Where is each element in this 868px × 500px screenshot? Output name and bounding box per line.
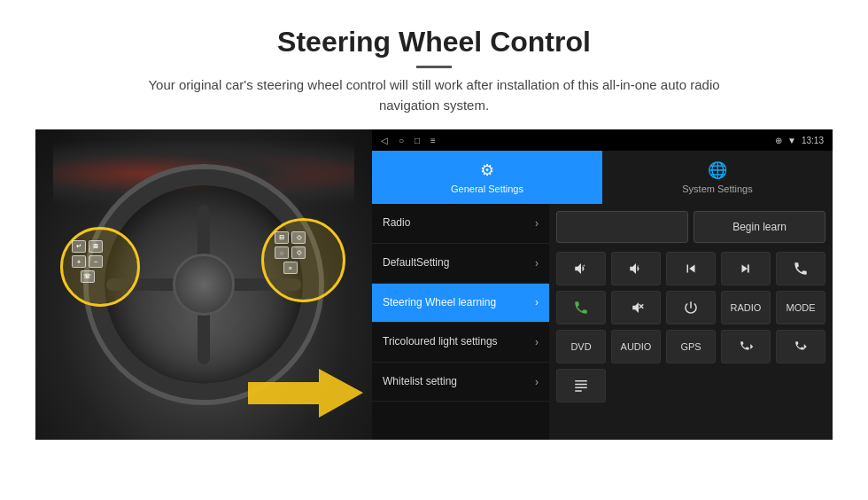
phone-prev-button[interactable] bbox=[721, 330, 771, 363]
sw-center bbox=[173, 254, 235, 316]
main-content: Radio › DefaultSetting › Steering Wheel … bbox=[372, 204, 833, 440]
tab-system-settings[interactable]: 🌐 System Settings bbox=[602, 151, 833, 204]
controls-panel: Begin learn + - bbox=[549, 204, 833, 440]
menu-item-radio[interactable]: Radio › bbox=[372, 204, 549, 244]
menu-radio-label: Radio bbox=[383, 216, 535, 230]
btn-sq-r4: ◇ bbox=[291, 246, 306, 259]
title-section: Steering Wheel Control Your original car… bbox=[35, 25, 833, 115]
gps-button[interactable]: GPS bbox=[666, 330, 716, 363]
svg-rect-5 bbox=[575, 380, 587, 382]
next-track-button[interactable] bbox=[721, 252, 771, 285]
home-icon: ○ bbox=[399, 136, 404, 145]
audio-button[interactable]: AUDIO bbox=[611, 330, 661, 363]
svg-marker-0 bbox=[248, 369, 363, 418]
list-icon bbox=[573, 378, 589, 394]
settings-menu: Radio › DefaultSetting › Steering Wheel … bbox=[372, 204, 549, 440]
mode-button[interactable]: MODE bbox=[776, 291, 825, 324]
chevron-icon-2: › bbox=[535, 257, 539, 270]
vol-down-icon: - bbox=[628, 261, 644, 277]
ctrl-row-2: RADIO MODE bbox=[556, 291, 825, 324]
btn-sq-r2: ◇ bbox=[291, 231, 306, 244]
dvd-button[interactable]: DVD bbox=[556, 330, 606, 363]
chevron-icon-3: › bbox=[535, 296, 539, 309]
btn-sq-r5: ≡ bbox=[283, 262, 298, 274]
vol-down-button[interactable]: - bbox=[611, 252, 661, 285]
svg-rect-7 bbox=[575, 387, 587, 389]
clock: 13:13 bbox=[802, 136, 824, 145]
title-divider bbox=[416, 66, 452, 68]
power-icon bbox=[683, 300, 699, 316]
menu-item-default[interactable]: DefaultSetting › bbox=[372, 244, 549, 284]
menu-whitelist-label: Whitelist setting bbox=[383, 375, 535, 389]
ctrl-row-4 bbox=[556, 369, 825, 402]
btn-sq-4: − bbox=[89, 255, 103, 268]
chevron-icon-5: › bbox=[535, 376, 539, 388]
nav-icons: ◁ ○ □ ≡ bbox=[381, 136, 436, 145]
btn-sq-3: + bbox=[72, 255, 86, 268]
svg-rect-6 bbox=[575, 384, 587, 386]
menu-steering-label: Steering Wheel learning bbox=[383, 296, 535, 310]
menu-item-tricoloured[interactable]: Tricoloured light settings › bbox=[372, 323, 549, 363]
phone-next-icon bbox=[793, 339, 809, 355]
content-area: ↵ ⊞ + − ☏ ⊟ ◇ bbox=[35, 129, 833, 440]
menu-icon: ≡ bbox=[430, 136, 436, 145]
ctrl-row-3: DVD AUDIO GPS bbox=[556, 330, 825, 363]
prev-track-button[interactable] bbox=[666, 252, 716, 285]
svg-text:+: + bbox=[583, 262, 586, 268]
skip-prev-icon bbox=[683, 261, 699, 277]
phone-answer-button[interactable] bbox=[776, 252, 825, 285]
phone-prev-icon bbox=[738, 339, 754, 355]
power-button[interactable] bbox=[666, 291, 716, 324]
highlight-circle-left: ↵ ⊞ + − ☏ bbox=[60, 227, 140, 307]
status-bar: ◁ ○ □ ≡ ⊕ ▼ 13:13 bbox=[372, 129, 833, 151]
top-controls-row: Begin learn bbox=[556, 211, 825, 243]
volume-mute-icon bbox=[628, 300, 644, 316]
menu-item-steering[interactable]: Steering Wheel learning › bbox=[372, 284, 549, 324]
vol-up-icon: + bbox=[573, 261, 589, 277]
tab-system-label: System Settings bbox=[682, 184, 752, 194]
phone-next-button[interactable] bbox=[776, 330, 825, 363]
pointing-arrow bbox=[248, 364, 363, 422]
svg-rect-8 bbox=[575, 391, 582, 393]
call-icon bbox=[573, 300, 589, 316]
phone-icon bbox=[793, 261, 809, 277]
left-btn-group: ↵ ⊞ + − ☏ bbox=[72, 240, 103, 283]
android-screen: ◁ ○ □ ≡ ⊕ ▼ 13:13 ⚙ General Settings bbox=[372, 129, 833, 440]
status-right: ⊕ ▼ 13:13 bbox=[775, 136, 824, 145]
menu-tricoloured-label: Tricoloured light settings bbox=[383, 335, 535, 349]
right-btn-group: ⊟ ◇ ○ ◇ ≡ bbox=[275, 231, 306, 274]
tab-bar: ⚙ General Settings 🌐 System Settings bbox=[372, 151, 833, 204]
highlight-circle-right: ⊟ ◇ ○ ◇ ≡ bbox=[261, 218, 345, 302]
gear-icon: ⚙ bbox=[480, 160, 494, 180]
signal-input-box bbox=[556, 211, 688, 243]
page-wrapper: Steering Wheel Control Your original car… bbox=[0, 0, 868, 457]
steering-wheel-photo: ↵ ⊞ + − ☏ ⊟ ◇ bbox=[35, 129, 372, 440]
btn-sq-r1: ⊟ bbox=[275, 231, 289, 244]
ctrl-row-1: + - bbox=[556, 252, 825, 285]
globe-icon: 🌐 bbox=[708, 160, 727, 180]
btn-sq-2: ⊞ bbox=[89, 240, 103, 253]
tab-general-settings[interactable]: ⚙ General Settings bbox=[372, 151, 602, 204]
vol-up-button[interactable]: + bbox=[556, 252, 606, 285]
back-icon: ◁ bbox=[381, 136, 388, 145]
signal-icon: ▼ bbox=[787, 136, 796, 145]
extra-button[interactable] bbox=[556, 369, 606, 402]
mute-button[interactable] bbox=[611, 291, 661, 324]
pickup-button[interactable] bbox=[556, 291, 606, 324]
menu-item-whitelist[interactable]: Whitelist setting › bbox=[372, 363, 549, 402]
btn-sq-1: ↵ bbox=[72, 240, 86, 253]
radio-mode-button[interactable]: RADIO bbox=[721, 291, 771, 324]
chevron-icon: › bbox=[535, 217, 539, 230]
tab-general-label: General Settings bbox=[451, 184, 523, 194]
btn-sq-r3: ○ bbox=[275, 246, 289, 259]
begin-learn-button[interactable]: Begin learn bbox=[694, 211, 825, 243]
page-title: Steering Wheel Control bbox=[35, 25, 833, 59]
skip-next-icon bbox=[738, 261, 754, 277]
chevron-icon-4: › bbox=[535, 336, 539, 348]
recent-icon: □ bbox=[415, 136, 420, 145]
btn-sq-5: ☏ bbox=[81, 270, 95, 283]
menu-default-label: DefaultSetting bbox=[383, 256, 535, 270]
page-subtitle: Your original car's steering wheel contr… bbox=[124, 75, 744, 115]
gps-status-icon: ⊕ bbox=[775, 136, 782, 145]
svg-text:-: - bbox=[638, 262, 639, 268]
